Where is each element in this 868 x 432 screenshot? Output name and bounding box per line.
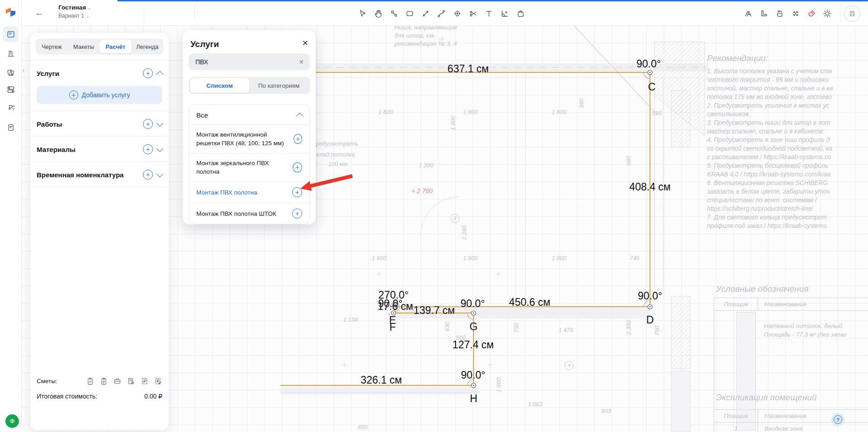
works-add-icon[interactable]: + xyxy=(143,119,153,129)
panel-tab[interactable]: Расчёт xyxy=(100,40,132,53)
chevron-up-icon[interactable] xyxy=(157,71,164,78)
service-list-item[interactable]: Монтаж зеркального ПВХ полотна + xyxy=(189,153,309,181)
ruble-document-icon[interactable] xyxy=(140,377,149,385)
total-value: 0.00 ₽ xyxy=(144,393,162,400)
sidebar-item-layers[interactable] xyxy=(5,84,16,95)
view-mode-switch: Списком По категориям xyxy=(189,77,310,94)
sidebar-item-plan[interactable] xyxy=(3,26,19,42)
services-section-label: Услуги xyxy=(37,70,59,77)
materials-add-icon[interactable]: + xyxy=(143,144,153,154)
eraser-tool[interactable] xyxy=(806,8,816,19)
service-list-item[interactable]: Монтаж вентиляционной решетки ПВХ (48, 1… xyxy=(189,124,309,153)
view-list-tab[interactable]: Списком xyxy=(190,78,249,93)
panel-tab[interactable]: Чертеж xyxy=(36,40,68,53)
works-section-label: Работы xyxy=(37,120,62,128)
chevron-down-icon: ⌄ xyxy=(88,6,91,10)
clipboard-check-icon[interactable] xyxy=(86,377,95,385)
popup-title: Услуги xyxy=(190,39,219,49)
app-sidebar xyxy=(0,0,22,432)
temp-section-label: Временная номенклатура xyxy=(37,171,123,179)
point-tool[interactable] xyxy=(452,8,462,19)
ruble-document-edit-icon[interactable] xyxy=(154,377,162,385)
pan-hand-tool[interactable] xyxy=(373,8,383,19)
section-temp-nomenclature[interactable]: Временная номенклатура + xyxy=(37,170,162,180)
rotate-tool[interactable] xyxy=(774,8,785,19)
plus-icon: + xyxy=(69,90,78,100)
progress-accent-line xyxy=(118,0,868,1)
add-service-button[interactable]: + Добавить услугу xyxy=(37,86,162,104)
line-tool[interactable] xyxy=(420,8,431,19)
drawing-tools xyxy=(357,8,526,19)
top-toolbar: ← Гостиная⌄ Вариант 1⌄ xyxy=(0,0,868,26)
text-style-tool[interactable] xyxy=(743,8,753,19)
chevron-up-icon[interactable] xyxy=(296,113,304,120)
services-group-header[interactable]: Все xyxy=(189,105,309,124)
help-button[interactable]: ? xyxy=(831,413,844,426)
add-service-item-icon[interactable]: + xyxy=(293,162,302,172)
services-add-icon[interactable]: + xyxy=(143,68,153,78)
panel-tabs: ЧертежМакетыРасчётЛегенда xyxy=(36,38,163,55)
estimates-label: Сметы: xyxy=(37,378,57,385)
rectangle-tool[interactable] xyxy=(404,8,415,19)
chevron-down-icon[interactable] xyxy=(157,119,164,127)
save-floppy-icon xyxy=(848,9,856,18)
text-tool[interactable] xyxy=(484,8,494,19)
add-service-item-icon[interactable]: + xyxy=(294,134,302,144)
service-list-item[interactable]: Монтаж ПВХ полотна ШТОК + xyxy=(189,203,309,224)
square-ruler-tool[interactable] xyxy=(759,8,769,19)
view-tools xyxy=(743,8,832,19)
estimate-document-icon[interactable] xyxy=(127,377,135,385)
section-materials[interactable]: Материалы + xyxy=(37,144,162,154)
estimates-row: Сметы: xyxy=(37,377,162,385)
total-row: Итоговая стоимость: 0.00 ₽ xyxy=(37,393,162,400)
service-search-input[interactable] xyxy=(194,58,299,66)
sidebar-item-palette[interactable] xyxy=(5,67,16,78)
angle-dimension-tool[interactable] xyxy=(499,8,510,19)
total-label: Итоговая стоимость: xyxy=(37,393,97,400)
panel-collapse-handle[interactable]: ‹ xyxy=(22,66,24,74)
calculation-panel: ЧертежМакетыРасчётЛегенда Услуги + + Доб… xyxy=(30,33,169,430)
add-service-item-icon[interactable]: + xyxy=(292,209,302,218)
panel-tab[interactable]: Легенда xyxy=(132,40,164,53)
panel-tab[interactable]: Макеты xyxy=(68,40,100,53)
node-tool[interactable] xyxy=(389,8,399,19)
select-tool[interactable] xyxy=(357,8,367,19)
close-icon[interactable]: ✕ xyxy=(302,38,308,48)
services-popup: Услуги ✕ ✕ Списком По категориям Все Мон… xyxy=(183,30,316,224)
app-logo[interactable] xyxy=(5,6,17,20)
sidebar-item-building[interactable] xyxy=(5,48,16,59)
project-title-block[interactable]: Гостиная⌄ Вариант 1⌄ xyxy=(58,4,91,20)
scissors-tool[interactable] xyxy=(468,8,478,19)
materials-section-label: Материалы xyxy=(37,146,76,153)
project-title: Гостиная xyxy=(58,4,86,11)
service-search-box[interactable]: ✕ xyxy=(189,53,310,70)
chevron-down-icon[interactable] xyxy=(157,170,164,177)
briefcase-icon[interactable] xyxy=(113,377,122,385)
service-list-item[interactable]: Монтаж ПВХ полотна + xyxy=(189,181,309,203)
group-label: Все xyxy=(196,111,208,119)
bag-tool[interactable] xyxy=(515,8,526,19)
view-categories-tab[interactable]: По категориям xyxy=(249,78,308,93)
section-services[interactable]: Услуги + xyxy=(37,68,162,78)
section-works[interactable]: Работы + xyxy=(37,119,162,129)
clear-search-icon[interactable]: ✕ xyxy=(299,58,304,66)
chevron-down-icon[interactable] xyxy=(157,145,164,152)
variant-title: Вариант 1 xyxy=(58,13,84,19)
add-service-item-icon[interactable]: + xyxy=(292,187,302,197)
services-list: Все Монтаж вентиляционной решетки ПВХ (4… xyxy=(189,104,310,224)
save-button[interactable] xyxy=(844,5,860,22)
clipboard-list-icon[interactable] xyxy=(100,377,108,385)
expand-tool[interactable] xyxy=(790,8,801,19)
fab-button[interactable]: Ф xyxy=(5,414,19,428)
back-button[interactable]: ← xyxy=(33,7,45,19)
sidebar-item-pricing[interactable] xyxy=(5,102,16,113)
chevron-down-icon: ⌄ xyxy=(86,14,90,19)
sidebar-item-notes[interactable] xyxy=(5,122,16,133)
spline-tool[interactable] xyxy=(436,8,446,19)
settings-gear-icon[interactable] xyxy=(822,8,832,19)
temp-add-icon[interactable]: + xyxy=(143,170,153,180)
